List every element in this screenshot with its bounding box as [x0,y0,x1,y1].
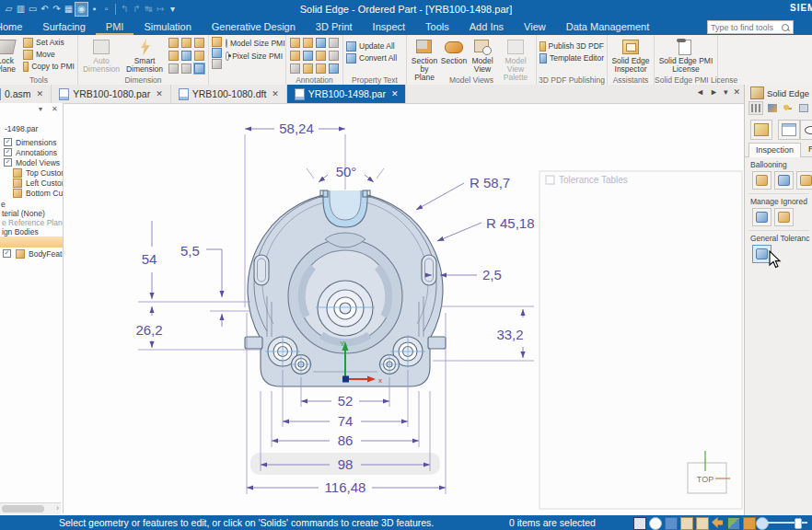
close-icon[interactable]: ✕ [156,89,163,98]
datum-target-button[interactable] [315,63,327,75]
prev-tab-icon[interactable]: ◄ [696,87,704,97]
visibility-button[interactable] [800,120,812,140]
dimension-style-button[interactable] [193,63,205,75]
tab-tools[interactable]: Tools [415,18,459,35]
pathfinder-item-highlighted[interactable] [0,236,63,248]
checkbox-checked-icon[interactable]: ✓ [4,148,12,156]
remove-balloons-button[interactable] [774,171,794,190]
close-icon[interactable]: ✕ [37,89,44,98]
weld-symbol-button[interactable] [328,50,340,62]
tab-view[interactable]: View [514,18,556,35]
leader-button[interactable] [289,37,301,49]
model-viewport[interactable]: Tolerance Tables [63,103,744,513]
model-size-pmi-radio[interactable]: Model Size PMI [226,37,283,49]
distance-between-button[interactable] [168,37,180,49]
pathfinder-item-bodyfeature[interactable]: ✓BodyFeature 1 [0,248,63,259]
tab-data-management[interactable]: Data Management [556,18,660,35]
tab-simulation[interactable]: Simulation [133,18,201,35]
dim-wall[interactable]: 2,5 [482,267,502,282]
dimension-dropdown[interactable] [180,63,192,75]
text-grow-icon[interactable] [212,48,222,58]
dim-total-width[interactable]: 116,48 [325,479,366,495]
chamfer-dimension-button[interactable] [168,63,180,75]
pathfinder-item-annotations[interactable]: ✓Annotations [0,147,63,157]
edge-condition-button[interactable] [289,63,301,75]
doc-tab-1498-par[interactable]: YRB100-1498.par ✕ [287,85,407,103]
dim-top-width[interactable]: 58,24 [279,121,314,136]
layout-grid-button[interactable] [748,101,763,115]
pathfinder-item-left-custom[interactable]: Left Custom [0,178,63,188]
tab-inspect[interactable]: Inspect [363,18,415,35]
annotation-plane-button[interactable] [302,63,314,75]
filter-icon[interactable]: ▾ [39,105,42,113]
auto-dimension-button[interactable]: Auto Dimension [81,37,122,74]
tab-report[interactable]: Rep [802,143,812,156]
lock-plane-button[interactable]: Lock Plane [0,37,21,74]
tab-inspection[interactable]: Inspection [748,143,801,157]
surface-texture-button[interactable] [315,37,327,49]
named-views-icon[interactable] [743,517,756,530]
pmi-license-button[interactable]: Solid Edge PMI License [657,37,714,74]
dim-bolt-span[interactable]: 52 [338,393,354,409]
symmetric-diameter-button[interactable] [168,50,180,62]
perspective-icon[interactable] [756,517,769,530]
checkbox-checked-icon[interactable]: ✓ [3,249,11,258]
sheet-icon[interactable] [633,517,646,530]
solid-edge-inspector-button[interactable]: Solid Edge Inspector [610,37,651,74]
tab-pmi[interactable]: PMI [96,18,134,35]
balloon-settings-button[interactable] [796,171,812,190]
tab-3d-print[interactable]: 3D Print [306,18,363,35]
doc-tab-1080-par[interactable]: YRB100-1080.par ✕ [52,85,171,103]
set-axis-button[interactable]: Set Axis [23,37,75,48]
pathfinder-item-document[interactable]: -1498.par [0,123,63,133]
zoom-icon[interactable] [665,517,678,530]
camera-button[interactable] [796,101,811,115]
stacked-dimension-button[interactable] [193,50,205,62]
add-balloons-button[interactable] [752,171,771,190]
key-button[interactable] [781,101,795,115]
text-shrink-icon[interactable] [212,59,222,69]
pan-icon[interactable] [696,517,709,530]
tab-surfacing[interactable]: Surfacing [32,18,95,35]
text-box-button[interactable] [328,37,340,49]
callout-button[interactable] [289,50,301,62]
angle-dimension-button[interactable] [180,50,192,62]
move-button[interactable]: Move [23,49,75,60]
image-button[interactable] [765,101,780,115]
pathfinder-item-top-custom[interactable]: Top Custom [0,167,63,178]
command-search[interactable] [707,20,794,34]
angle-between-button[interactable] [180,37,192,49]
checkbox-checked-icon[interactable]: ✓ [4,158,12,167]
model-view-button[interactable]: Model View [469,37,496,74]
doc-tab-asm[interactable]: 0.asm ✕ [0,85,52,103]
dim-outer-radius[interactable]: R 58,7 [470,175,510,190]
export-report-button[interactable] [750,120,772,140]
pixel-size-pmi-radio[interactable]: Pixel Size PMI [226,50,283,62]
convert-all-button[interactable]: Convert All [346,52,403,63]
unignore-dimension-button[interactable] [774,208,794,226]
dim-right-lower[interactable]: 33,2 [496,327,523,342]
close-document-icon[interactable]: ✕ [733,87,740,97]
zoom-area-icon[interactable] [649,517,662,530]
view-styles-icon[interactable] [727,517,740,530]
zoom-slider-handle[interactable] [795,518,802,529]
doc-tab-1080-dft[interactable]: YRB100-1080.dft ✕ [171,85,287,103]
dim-slot-offset[interactable]: 5,5 [180,243,200,259]
dim-notch-angle[interactable]: 50° [336,164,357,179]
search-input[interactable] [708,22,781,32]
next-tab-icon[interactable]: ► [710,87,718,97]
tab-home[interactable]: Home [0,18,32,35]
pathfinder-item-design-bodies[interactable]: ign Bodies [0,226,63,236]
dim-outer-span[interactable]: 86 [338,432,354,448]
tab-list-icon[interactable]: ▾ [724,87,728,97]
balloon-button[interactable] [302,37,314,49]
close-icon[interactable]: ✕ [52,105,58,113]
tab-add-ins[interactable]: Add Ins [459,18,514,35]
pathfinder-scrollbar[interactable]: › [0,502,61,514]
dim-left-lower[interactable]: 26,2 [135,322,162,338]
symbol-button[interactable] [328,63,340,75]
pathfinder-item-dimensions[interactable]: ✓Dimensions [0,137,63,147]
scrollbar-thumb[interactable] [2,505,44,513]
close-icon[interactable]: ✕ [272,89,279,98]
tab-generative-design[interactable]: Generative Design [202,18,306,35]
